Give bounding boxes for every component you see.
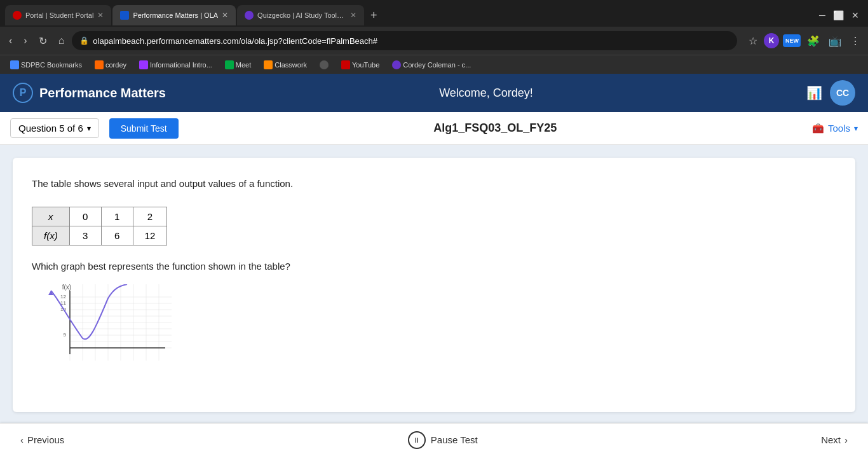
forward-button[interactable]: › [20, 32, 31, 49]
youtube-icon [341, 60, 350, 69]
bookmark-youtube[interactable]: YouTube [336, 59, 384, 71]
address-bar-wrap[interactable]: 🔒 [72, 31, 737, 50]
bookmarks-bar: SDPBC Bookmarks cordey Informational Int… [0, 55, 868, 74]
home-button[interactable]: ⌂ [55, 32, 69, 49]
bookmark-info-label: Informational Intro... [150, 61, 212, 69]
pm-logo-icon: P [13, 83, 33, 103]
tab-pm[interactable]: Performance Matters | OLA ✕ [112, 5, 236, 25]
previous-button[interactable]: ‹ Previous [13, 431, 72, 449]
extension-new-button[interactable]: NEW [783, 34, 801, 47]
tab-quiz-close[interactable]: ✕ [350, 11, 356, 20]
globe-icon [320, 60, 329, 69]
pause-test-button[interactable]: ⏸ Pause Test [408, 431, 478, 449]
pause-label: Pause Test [431, 434, 478, 445]
pause-icon: ⏸ [408, 431, 426, 449]
tab-bar: Portal | Student Portal ✕ Performance Ma… [0, 0, 868, 27]
table-cell-fx0: 3 [69, 226, 101, 245]
graph-question-text: Which graph best represents the function… [32, 261, 836, 272]
extension-k-button[interactable]: K [764, 33, 779, 48]
tools-button[interactable]: 🧰 Tools ▾ [812, 123, 858, 134]
svg-text:12: 12 [60, 294, 66, 300]
test-title: Alg1_FSQ03_OL_FY25 [179, 121, 812, 135]
previous-chevron-icon: ‹ [20, 434, 24, 445]
tab-quiz[interactable]: Quizgecko | AI Study Tools | Te... ✕ [237, 5, 364, 25]
table-cell-fx1: 6 [101, 226, 133, 245]
bookmark-youtube-label: YouTube [352, 61, 379, 69]
tab-portal-close[interactable]: ✕ [97, 11, 104, 20]
header-right: 📊 CC [806, 80, 855, 106]
bookmark-info[interactable]: Informational Intro... [134, 59, 217, 71]
question-selector[interactable]: Question 5 of 6 ▾ [10, 118, 99, 138]
table-cell-x2: 2 [133, 207, 167, 226]
bookmark-classwork-label: Classwork [275, 61, 307, 69]
submit-test-button[interactable]: Submit Test [109, 118, 179, 139]
restore-button[interactable]: ⬜ [829, 8, 848, 23]
cordey-icon [95, 60, 104, 69]
next-label: Next [821, 434, 841, 445]
app-header: P Performance Matters Welcome, Cordey! 📊… [0, 74, 868, 112]
bookmark-star-button[interactable]: ☆ [746, 32, 760, 50]
tab-quiz-label: Quizgecko | AI Study Tools | Te... [257, 11, 346, 19]
extension-puzzle-button[interactable]: 🧩 [804, 32, 822, 50]
tab-portal-label: Portal | Student Portal [25, 11, 93, 19]
pm-logo-text: Performance Matters [39, 86, 166, 100]
bookmark-cordey2[interactable]: Cordey Coleman - c... [387, 59, 476, 71]
tools-label: Tools [828, 123, 850, 134]
next-button[interactable]: Next › [813, 431, 855, 449]
previous-label: Previous [27, 434, 64, 445]
footer-nav: ‹ Previous ⏸ Pause Test Next › [0, 423, 868, 456]
pm-logo: P Performance Matters [13, 83, 166, 103]
chart-icon[interactable]: 📊 [806, 85, 822, 100]
bookmark-cordey2-label: Cordey Coleman - c... [403, 61, 471, 69]
reload-button[interactable]: ↻ [35, 32, 51, 50]
tools-chevron-icon: ▾ [854, 124, 858, 133]
browser-controls: ‹ › ↻ ⌂ 🔒 ☆ K NEW 🧩 📺 ⋮ [0, 27, 868, 55]
table-cell-fx2: 12 [133, 226, 167, 245]
bookmark-meet-label: Meet [236, 61, 251, 69]
user-avatar[interactable]: CC [830, 80, 855, 106]
welcome-text: Welcome, Cordey! [379, 86, 593, 100]
svg-text:9: 9 [64, 332, 67, 338]
back-button[interactable]: ‹ [5, 32, 16, 49]
table-cell-x0: 0 [69, 207, 101, 226]
table-row-label-x: x [32, 207, 70, 226]
tab-pm-label: Performance Matters | OLA [133, 11, 218, 19]
bookmark-cordey-label: cordey [105, 61, 126, 69]
lock-icon: 🔒 [79, 36, 89, 45]
portal-favicon [13, 11, 22, 20]
new-tab-button[interactable]: + [365, 9, 383, 22]
next-chevron-icon: › [844, 434, 848, 445]
question-intro: The table shows several input and output… [32, 177, 836, 191]
question-card: The table shows several input and output… [13, 158, 855, 412]
cast-button[interactable]: 📺 [826, 32, 844, 50]
graph-container: f(x) 12 11 10 9 [32, 284, 172, 361]
bookmark-cordey[interactable]: cordey [90, 59, 132, 71]
tab-pm-close[interactable]: ✕ [222, 11, 228, 20]
k-icon [392, 60, 401, 69]
address-input[interactable] [93, 36, 729, 46]
function-table: x 0 1 2 f(x) 3 6 12 [32, 207, 167, 245]
bookmark-sdpbc-label: SDPBC Bookmarks [21, 61, 82, 69]
menu-button[interactable]: ⋮ [848, 32, 863, 50]
question-selector-label: Question 5 of 6 [18, 123, 83, 134]
bookmark-classwork[interactable]: Classwork [259, 59, 312, 71]
pm-favicon [120, 11, 129, 20]
close-button[interactable]: ✕ [848, 8, 863, 23]
minimize-button[interactable]: ─ [815, 8, 829, 23]
tab-portal[interactable]: Portal | Student Portal ✕ [5, 5, 111, 25]
bookmark-globe[interactable] [315, 59, 334, 71]
chevron-down-icon: ▾ [87, 124, 91, 133]
test-toolbar: Question 5 of 6 ▾ Submit Test Alg1_FSQ03… [0, 112, 868, 145]
table-cell-x1: 1 [101, 207, 133, 226]
bookmark-sdpbc[interactable]: SDPBC Bookmarks [5, 59, 87, 71]
browser-actions: ☆ K NEW 🧩 📺 ⋮ [746, 32, 863, 50]
tools-icon: 🧰 [812, 123, 824, 134]
quiz-favicon [245, 11, 254, 20]
svg-text:f(x): f(x) [62, 284, 71, 291]
footer-center: ⏸ Pause Test [72, 431, 813, 449]
bookmark-meet[interactable]: Meet [220, 59, 256, 71]
classwork-icon [264, 60, 273, 69]
sdpbc-icon [10, 60, 19, 69]
info-icon [139, 60, 148, 69]
main-content: The table shows several input and output… [0, 145, 868, 438]
